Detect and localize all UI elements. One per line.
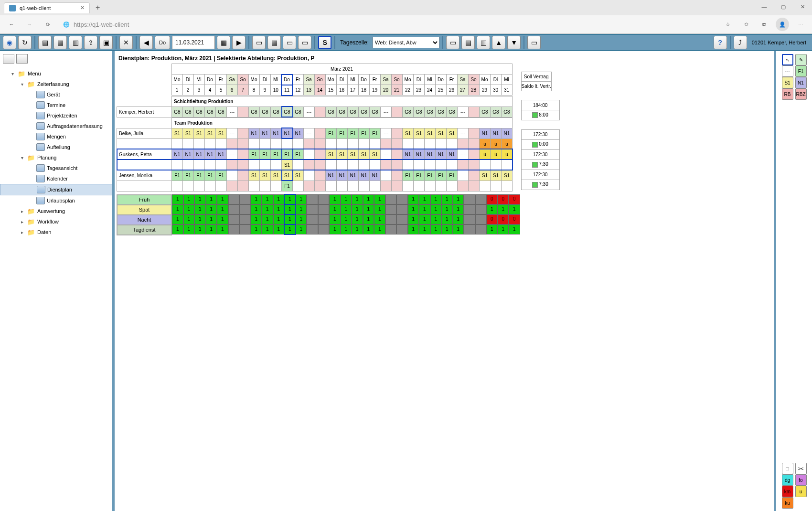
tool6-icon[interactable]: ▤ — [461, 36, 475, 49]
shift-sub-cell[interactable]: S1 — [282, 160, 293, 170]
summary-cell[interactable]: 1 — [273, 214, 285, 224]
shift-cell[interactable]: S1 — [205, 128, 216, 138]
shift-sub-cell[interactable] — [249, 160, 260, 170]
shift-cell[interactable]: N1 — [414, 149, 425, 160]
day-number[interactable]: 30 — [490, 85, 501, 96]
shift-cell[interactable] — [315, 106, 326, 117]
shift-sub-cell[interactable] — [216, 181, 227, 191]
shift-sub-cell[interactable] — [205, 138, 216, 149]
shift-cell[interactable]: F1 — [414, 170, 425, 181]
shift-cell[interactable]: --- — [304, 106, 315, 117]
summary-cell[interactable] — [464, 204, 475, 214]
shift-cell[interactable] — [238, 149, 249, 160]
summary-cell[interactable]: 1 — [183, 224, 195, 234]
shift-cell[interactable]: --- — [458, 149, 469, 160]
summary-cell[interactable] — [239, 214, 251, 224]
summary-cell[interactable]: 1 — [217, 194, 228, 204]
shift-cell[interactable]: F1 — [205, 170, 216, 181]
shift-cell[interactable] — [392, 170, 403, 181]
summary-cell[interactable]: 1 — [341, 194, 352, 204]
shift-cell[interactable]: F1 — [447, 170, 458, 181]
shift-cell[interactable] — [238, 128, 249, 138]
summary-cell[interactable]: 1 — [374, 194, 385, 204]
shift-sub-cell[interactable] — [172, 138, 183, 149]
day-header[interactable]: So — [237, 75, 248, 85]
shift-sub-cell[interactable] — [502, 181, 513, 191]
shift-cell[interactable]: F1 — [436, 170, 447, 181]
shift-sub-cell[interactable] — [403, 181, 414, 191]
shift-cell[interactable]: N1 — [370, 170, 381, 181]
shift-cell[interactable]: u — [480, 149, 491, 160]
shift-cell[interactable]: S1 — [249, 170, 260, 181]
shift-sub-cell[interactable] — [502, 160, 513, 170]
down-icon[interactable]: ▼ — [507, 36, 521, 49]
expand-icon[interactable]: ▸ — [19, 230, 25, 235]
summary-cell[interactable]: 1 — [453, 224, 464, 234]
shift-sub-cell[interactable] — [425, 138, 436, 149]
shift-cell[interactable]: S1 — [480, 170, 491, 181]
shift-cell[interactable]: F1 — [326, 128, 337, 138]
shift-cell[interactable]: G8 — [480, 106, 491, 117]
summary-cell[interactable]: 1 — [329, 204, 341, 214]
view3-icon[interactable]: ▥ — [69, 36, 82, 49]
day-header[interactable]: Do — [358, 75, 369, 85]
summary-cell[interactable]: 1 — [363, 224, 374, 234]
day-number[interactable]: 17 — [347, 85, 358, 96]
tree-daten[interactable]: ▸ Daten — [0, 227, 112, 237]
shift-cell[interactable]: G8 — [414, 106, 425, 117]
shift-cell[interactable]: G8 — [205, 106, 216, 117]
shift-sub-cell[interactable] — [447, 138, 458, 149]
day-number[interactable]: 16 — [336, 85, 347, 96]
clear-icon[interactable]: ✕ — [119, 36, 133, 49]
shift-sub-cell[interactable] — [491, 160, 502, 170]
shift-sub-cell[interactable] — [469, 160, 480, 170]
day-number[interactable]: 1 — [171, 85, 182, 96]
shift-sub-cell[interactable] — [315, 138, 326, 149]
shift-cell[interactable]: F1 — [403, 170, 414, 181]
shift-cell[interactable] — [469, 106, 480, 117]
shift-sub-cell[interactable] — [469, 138, 480, 149]
shift-cell[interactable]: S1 — [370, 149, 381, 160]
collapse-icon[interactable]: ▾ — [10, 71, 15, 76]
shift-cell[interactable]: N1 — [282, 128, 293, 138]
shift-sub-cell[interactable] — [436, 160, 447, 170]
palette-btn[interactable]: dg — [782, 474, 793, 486]
summary-cell[interactable]: 1 — [498, 204, 509, 214]
summary-cell[interactable] — [464, 194, 475, 204]
shift-cell[interactable]: S1 — [172, 128, 183, 138]
day-header[interactable]: Mo — [479, 75, 490, 85]
shift-cell[interactable]: G8 — [249, 106, 260, 117]
summary-cell[interactable]: 1 — [262, 194, 273, 204]
summary-cell[interactable]: 1 — [183, 214, 195, 224]
shift-cell[interactable]: F1 — [260, 149, 271, 160]
tool1-icon[interactable]: ▭ — [252, 36, 266, 49]
summary-cell[interactable]: 1 — [217, 214, 228, 224]
shift-sub-cell[interactable] — [337, 160, 348, 170]
summary-cell[interactable]: 1 — [329, 214, 341, 224]
shift-sub-cell[interactable] — [326, 181, 337, 191]
shift-cell[interactable]: N1 — [348, 170, 359, 181]
day-header[interactable]: Mi — [193, 75, 204, 85]
shift-sub-cell[interactable] — [293, 181, 304, 191]
summary-cell[interactable] — [318, 194, 330, 204]
new-tab-button[interactable]: + — [90, 3, 106, 12]
tree-item-dienstplan[interactable]: Dienstplan — [0, 184, 112, 195]
summary-cell[interactable]: 1 — [374, 214, 385, 224]
shift-cell[interactable]: --- — [381, 106, 392, 117]
day-number[interactable]: 23 — [413, 85, 424, 96]
shift-sub-cell[interactable] — [414, 138, 425, 149]
shift-cell[interactable]: S1 — [447, 128, 458, 138]
shift-sub-cell[interactable] — [227, 160, 238, 170]
day-number[interactable]: 7 — [237, 85, 248, 96]
shift-cell[interactable] — [469, 149, 480, 160]
shift-cell[interactable]: G8 — [436, 106, 447, 117]
shift-sub-cell[interactable] — [370, 138, 381, 149]
shift-sub-cell[interactable] — [337, 138, 348, 149]
tool3-icon[interactable]: ▭ — [283, 36, 296, 49]
shift-sub-cell[interactable] — [348, 181, 359, 191]
summary-cell[interactable]: 1 — [453, 214, 464, 224]
reload-button[interactable]: ⟳ — [41, 18, 54, 31]
summary-cell[interactable]: 1 — [352, 214, 363, 224]
day-header[interactable]: Di — [182, 75, 193, 85]
palette-btn[interactable]: --- — [782, 65, 793, 77]
